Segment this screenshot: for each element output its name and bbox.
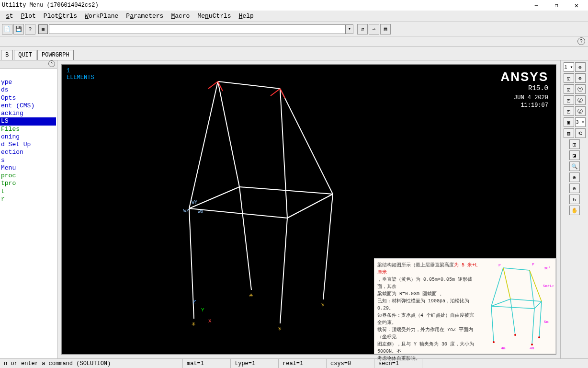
svg-text:5m: 5m [544,320,549,324]
svg-text:✳: ✳ [192,320,196,328]
svg-text:✳: ✳ [321,301,325,309]
help-icon[interactable]: ? [25,24,35,34]
ov-l1a: 梁结构如图所示（最上层垂直梁高度 [377,263,454,268]
svg-line-38 [539,301,542,337]
tree-item[interactable]: t [0,188,56,196]
y-axis-icon[interactable]: Ⓨ [575,84,586,94]
tab-powrgrph[interactable]: POWRGRPH [37,50,74,60]
svg-line-7 [287,194,333,218]
main-area: ⌃ ypedsOptsent (CMS)ackingLSFilesoningd … [0,60,588,358]
maximize-button[interactable]: ❐ [547,0,566,10]
viewport[interactable]: 1 ELEMENTS ANSYS R15.0 JUN 4 2020 11:19:… [61,64,556,355]
tree-item[interactable]: Files [0,126,56,133]
tree-item[interactable]: ds [0,86,56,94]
tree-item[interactable]: d Set Up [0,141,56,149]
svg-text:✳: ✳ [249,291,253,299]
menu-workplane[interactable]: WorkPlane [81,12,122,21]
target-icon[interactable]: ⊕ [575,62,586,72]
command-input[interactable] [49,24,346,34]
svg-line-4 [280,89,333,194]
tree-item[interactable]: oning [0,133,56,141]
refresh-icon[interactable]: ⟲ [575,128,586,138]
tree-item[interactable]: Opts [0,94,56,102]
svg-line-2 [280,89,287,218]
menu-plot[interactable]: Plot [17,12,40,21]
menu-parameters[interactable]: Parameters [122,12,167,21]
tree-item[interactable]: r [0,196,56,203]
page-icon[interactable]: ▤ [380,24,391,34]
tree-item[interactable]: ent (CMS) [0,102,56,110]
tree-item[interactable]: acking [0,110,56,117]
menu-help[interactable]: Help [235,12,258,21]
tab-b[interactable]: B [1,50,13,60]
status-real: real=1 [279,359,327,368]
spacer-row: ? [0,36,588,47]
ov-l6: 载荷：顶端受外力，外力作用在 YoZ 平面内（坐标见 [377,327,473,340]
grid-icon[interactable]: ▦ [38,24,48,34]
top-icon[interactable]: ◰ [564,106,574,116]
svg-text:30°: 30° [544,266,551,270]
zoom-icon[interactable]: 🔍 [569,161,580,171]
front-icon[interactable]: ◲ [564,84,574,94]
svg-line-34 [503,268,510,299]
updown-icon[interactable]: ⇵ [357,24,368,34]
svg-text:P: P [498,263,501,267]
zoom-in-icon[interactable]: ⊕ [569,172,580,182]
svg-text:5m+Lcm: 5m+Lcm [543,284,554,288]
tree-item[interactable]: LS [0,117,56,125]
svg-line-11 [323,194,333,299]
close-button[interactable]: ✕ [567,0,586,10]
svg-line-32 [534,301,542,309]
new-icon[interactable]: 📄 [2,24,12,34]
pan-icon[interactable]: ✋ [569,206,580,215]
tab-quit[interactable]: QUIT [14,50,36,60]
z-axis-icon[interactable]: Ⓩ [575,95,586,105]
tree-item[interactable]: proc [0,172,56,180]
menu-macro[interactable]: Macro [167,12,193,21]
tree-item[interactable]: s [0,157,56,164]
oblique-icon[interactable]: ⊗ [575,73,586,83]
tree[interactable]: ypedsOptsent (CMS)ackingLSFilesoningd Se… [0,69,57,204]
svg-line-28 [491,268,503,306]
tree-item[interactable]: tpro [0,180,56,187]
right-icon[interactable]: ◳ [564,95,574,105]
menu-plotctrls[interactable]: PlotCtrls [40,12,81,21]
menu-menuctrls[interactable]: MenuCtrls [193,12,235,21]
svg-line-15 [271,89,280,96]
win-select-1[interactable]: 1 ▾ [564,62,574,72]
z-axis2-icon[interactable]: Ⓩ [575,106,586,116]
status-csys: csys=0 [327,359,374,368]
svg-line-5 [189,187,239,208]
tree-item[interactable]: ype [0,79,56,86]
menu-list[interactable]: st [2,12,17,21]
command-dropdown[interactable]: ▾ [346,24,353,34]
window-buttons: — ❐ ✕ [527,0,586,10]
svg-text:P: P [532,262,534,266]
tree-item[interactable]: Menu [0,164,56,172]
minimize-button[interactable]: — [527,0,546,10]
info-icon[interactable]: ? [577,37,585,45]
rotate-icon[interactable]: ↻ [569,195,580,204]
titlebar: Utility Menu (1706014042cs2) — ❐ ✕ [0,0,588,11]
cube-o-icon[interactable]: ◫ [569,139,580,149]
tree-item[interactable]: ection [0,149,56,156]
save-icon[interactable]: 💾 [13,24,24,34]
tree-panel: ⌃ ypedsOptsent (CMS)ackingLSFilesoningd … [0,60,57,358]
win-select-3[interactable]: 3 ▾ [575,117,586,127]
collapse-icon[interactable]: ⌃ [48,60,55,67]
zoom-out-icon[interactable]: ⊖ [569,184,580,193]
page-tool-icon[interactable]: ▥ [564,128,574,138]
cube-o2-icon[interactable]: ◪ [569,150,580,160]
right-toolbar: 1 ▾⊕ ◱⊗ ◲Ⓨ ◳Ⓩ ◰Ⓩ ▣3 ▾ ▥⟲ ◫ ◪ 🔍 ⊕ ⊖ ↻ ✋ [560,60,588,358]
ov-l4: 已知：材料弹性模量为 190Gpa，泊松比为 0.29。 [377,299,469,311]
svg-line-1 [189,81,218,208]
iso-icon[interactable]: ◱ [564,73,574,83]
ov-l7: 图左侧），且与 Y 轴夹角为 30 度，大小为 5000N。不 [377,342,474,354]
svg-point-48 [514,334,516,336]
svg-text:Y: Y [201,307,204,313]
arrow-icon[interactable]: ⇨ [369,24,379,34]
fit-icon[interactable]: ▣ [564,117,574,127]
svg-text:Z: Z [193,299,196,305]
ov-l2: ，垂直梁（黄色）为 0.05m×0.05m 矩形截面，其余 [377,277,472,289]
svg-line-36 [491,306,494,342]
